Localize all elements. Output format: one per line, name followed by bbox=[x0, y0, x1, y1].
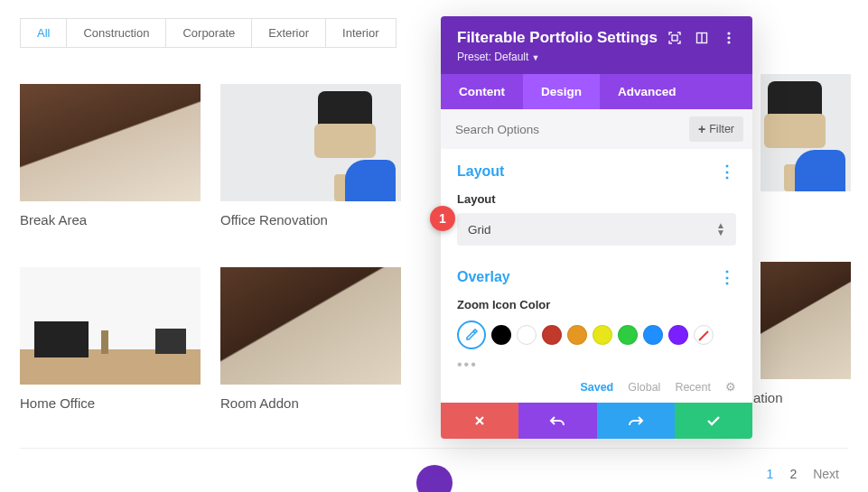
swatch-orange[interactable] bbox=[567, 325, 587, 345]
swatch-black[interactable] bbox=[491, 325, 511, 345]
settings-panel: Filterable Portfolio Settings Preset: De… bbox=[441, 16, 752, 439]
kebab-icon[interactable] bbox=[722, 31, 736, 45]
page-2[interactable]: 2 bbox=[789, 467, 797, 481]
redo-button[interactable] bbox=[597, 403, 675, 439]
tab-advanced[interactable]: Advanced bbox=[600, 74, 695, 109]
section-title-layout: Layout bbox=[457, 163, 504, 180]
gear-icon[interactable]: ⚙ bbox=[725, 380, 736, 394]
filter-tab-corporate[interactable]: Corporate bbox=[166, 19, 252, 47]
portfolio-card[interactable]: Office Renovation bbox=[220, 84, 401, 227]
swatch-white[interactable] bbox=[517, 325, 537, 345]
color-preset-tabs: Saved Global Recent ⚙ bbox=[457, 380, 736, 394]
layout-select-value: Grid bbox=[468, 223, 491, 237]
updown-icon: ▲▼ bbox=[716, 222, 725, 237]
section-overlay-toggle[interactable]: Overlay ⋮ bbox=[457, 269, 736, 285]
portfolio-card[interactable] bbox=[761, 74, 860, 191]
filter-tabs: All Construction Corporate Exterior Inte… bbox=[20, 18, 397, 48]
svg-rect-0 bbox=[672, 35, 677, 41]
more-dots-icon[interactable]: ••• bbox=[457, 357, 736, 373]
caption-partial: ation bbox=[753, 390, 860, 405]
caption: Home Office bbox=[20, 395, 201, 411]
swatch-yellow[interactable] bbox=[593, 325, 612, 345]
divider bbox=[20, 448, 848, 449]
filter-tab-interior[interactable]: Interior bbox=[326, 19, 395, 47]
search-bar: + Filter bbox=[441, 109, 752, 149]
portfolio-card[interactable]: Break Area bbox=[20, 84, 201, 227]
preset-tab-global[interactable]: Global bbox=[628, 381, 660, 394]
swatch-blue[interactable] bbox=[643, 325, 663, 345]
tab-design[interactable]: Design bbox=[523, 74, 600, 109]
chevron-down-icon: ▼ bbox=[531, 53, 539, 62]
field-label-zoom-icon-color: Zoom Icon Color bbox=[457, 298, 736, 311]
section-title-overlay: Overlay bbox=[457, 269, 510, 285]
thumbnail-partial bbox=[761, 74, 851, 191]
tab-content[interactable]: Content bbox=[441, 74, 523, 109]
kebab-icon[interactable]: ⋮ bbox=[719, 168, 736, 176]
page-next[interactable]: Next bbox=[813, 467, 839, 481]
eyedropper-button[interactable] bbox=[457, 320, 486, 349]
panel-tabs: Content Design Advanced bbox=[441, 74, 752, 109]
svg-point-4 bbox=[727, 36, 730, 39]
pagination: 1 2 Next bbox=[767, 467, 839, 481]
thumbnail-room-addon bbox=[220, 267, 401, 385]
color-swatches bbox=[457, 320, 736, 349]
thumbnail-break-area bbox=[20, 84, 201, 201]
kebab-icon[interactable]: ⋮ bbox=[719, 274, 736, 282]
swatch-purple[interactable] bbox=[668, 325, 688, 345]
preset-label: Preset: Default bbox=[457, 51, 528, 63]
filter-button[interactable]: + Filter bbox=[689, 116, 743, 142]
thumbnail-home-office bbox=[20, 267, 201, 385]
filter-tab-all[interactable]: All bbox=[21, 19, 67, 47]
svg-point-3 bbox=[727, 32, 730, 34]
preset-dropdown[interactable]: Preset: Default▼ bbox=[457, 51, 736, 63]
plus-icon: + bbox=[698, 122, 705, 136]
expand-icon[interactable] bbox=[667, 31, 682, 45]
swatch-red[interactable] bbox=[542, 325, 562, 345]
swatch-green[interactable] bbox=[618, 325, 638, 345]
field-label-layout: Layout bbox=[457, 192, 736, 206]
panel-header[interactable]: Filterable Portfolio Settings Preset: De… bbox=[441, 16, 752, 74]
preset-tab-recent[interactable]: Recent bbox=[675, 381, 711, 394]
svg-point-5 bbox=[727, 41, 730, 43]
caption: Room Addon bbox=[220, 395, 401, 411]
panel-footer bbox=[441, 403, 752, 439]
portfolio-card[interactable]: Home Office bbox=[20, 267, 201, 411]
filter-button-label: Filter bbox=[709, 123, 734, 135]
portfolio-card[interactable]: ation bbox=[761, 262, 860, 405]
page-1[interactable]: 1 bbox=[767, 467, 774, 481]
panel-title: Filterable Portfolio Settings bbox=[457, 29, 658, 47]
undo-button[interactable] bbox=[518, 403, 596, 439]
thumbnail-partial bbox=[761, 262, 851, 379]
filter-tab-exterior[interactable]: Exterior bbox=[252, 19, 326, 47]
filter-tab-construction[interactable]: Construction bbox=[67, 19, 166, 47]
caption: Office Renovation bbox=[220, 212, 401, 227]
add-module-fab[interactable] bbox=[416, 465, 453, 492]
close-button[interactable] bbox=[441, 403, 518, 439]
thumbnail-office-renovation bbox=[220, 84, 401, 201]
search-input[interactable] bbox=[455, 123, 689, 136]
portfolio-card[interactable]: Room Addon bbox=[220, 267, 401, 411]
preset-tab-saved[interactable]: Saved bbox=[580, 381, 613, 394]
annotation-badge-1: 1 bbox=[430, 206, 455, 231]
snap-icon[interactable] bbox=[695, 31, 709, 45]
caption: Break Area bbox=[20, 212, 201, 227]
swatch-none[interactable] bbox=[694, 325, 714, 345]
save-button[interactable] bbox=[675, 403, 752, 439]
section-layout-toggle[interactable]: Layout ⋮ bbox=[457, 163, 736, 180]
layout-select[interactable]: Grid ▲▼ bbox=[457, 213, 736, 246]
